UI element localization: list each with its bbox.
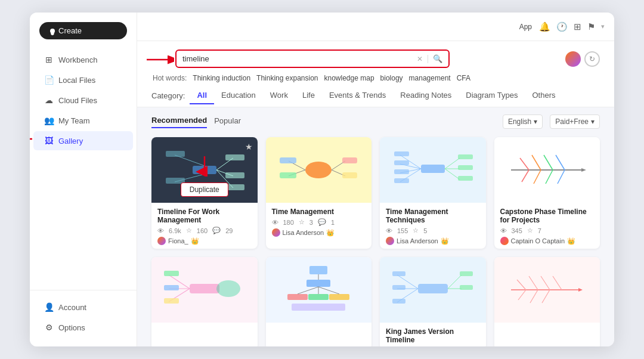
sidebar-item-gallery[interactable]: 🖼 Gallery <box>33 131 133 150</box>
hotword-knowledge-map[interactable]: knowledge map <box>324 74 374 82</box>
search-submit-button[interactable]: 🔍 <box>433 54 442 63</box>
grid-icon[interactable]: ⊞ <box>574 21 581 32</box>
card-timeline-work[interactable]: ★ Duplicate Timel <box>151 137 258 249</box>
gallery-content: Recommended Popular English ▾ Paid+Free … <box>137 107 614 346</box>
hotword-management[interactable]: management <box>409 74 451 82</box>
sidebar-item-label: My Team <box>58 116 90 125</box>
cloud-files-icon: ☁ <box>44 95 54 105</box>
svg-rect-63 <box>308 294 329 300</box>
comment-icon: 💬 <box>318 218 326 226</box>
svg-rect-58 <box>306 280 330 287</box>
card-6[interactable] <box>266 257 372 346</box>
clock-icon[interactable]: 🕐 <box>556 21 568 32</box>
svg-marker-39 <box>581 168 586 172</box>
cat-item-others[interactable]: Others <box>525 87 562 104</box>
language-label: English <box>508 117 531 126</box>
svg-rect-56 <box>309 266 327 274</box>
svg-rect-65 <box>292 304 345 311</box>
star-icon: ☆ <box>186 227 192 234</box>
svg-rect-4 <box>166 151 185 157</box>
search-row: ✕ 🔍 ↻ <box>151 49 600 68</box>
main-content: App 🔔 🕐 ⊞ ⚑ ▾ <box>137 13 614 346</box>
avatar-refresh[interactable]: ↻ <box>584 51 600 67</box>
flowchart-svg <box>277 263 360 317</box>
search-input[interactable] <box>182 54 412 63</box>
svg-line-43 <box>556 155 565 170</box>
card-time-management-techniques[interactable]: Time Management Techniques 👁 155 ☆ 5 Lis… <box>380 137 486 249</box>
crown-icon: 👑 <box>441 237 449 245</box>
star-icon[interactable]: ★ <box>245 142 253 151</box>
svg-line-42 <box>544 155 553 170</box>
cat-item-education[interactable]: Education <box>214 87 263 104</box>
filter-language-select[interactable]: English ▾ <box>503 114 543 129</box>
svg-rect-27 <box>394 160 409 165</box>
duplicate-button[interactable]: Duplicate <box>181 182 228 197</box>
chevron-down-icon: ▾ <box>591 117 595 126</box>
sidebar-item-my-team[interactable]: 👥 My Team <box>33 111 133 130</box>
hotword-cfa[interactable]: CFA <box>457 74 470 82</box>
flag-icon[interactable]: ⚑ <box>587 21 595 32</box>
card-info: Time Management Techniques 👁 155 ☆ 5 Lis… <box>380 203 486 249</box>
cat-item-reading-notes[interactable]: Reading Notes <box>393 87 459 104</box>
author-avatar <box>386 237 394 245</box>
card-author: Lisa Anderson 👑 <box>272 228 366 237</box>
sidebar-item-label: Options <box>58 323 85 332</box>
down-arrow-annotation <box>196 155 213 177</box>
sidebar-item-local-files[interactable]: 📄 Local Files <box>33 70 133 89</box>
my-team-icon: 👥 <box>44 116 54 125</box>
app-window: ● Create ⊞ Workbench 📄 Local Files ☁ Clo… <box>30 13 614 346</box>
card-info: King James Version Timeline <box>380 323 486 346</box>
sidebar-item-account[interactable]: 👤 Account <box>33 298 133 317</box>
card-capstone[interactable]: Capstone Phase Timeline for Projects 👁 3… <box>494 137 600 249</box>
svg-line-80 <box>529 276 538 290</box>
cat-item-work[interactable]: Work <box>263 87 295 104</box>
card-time-management[interactable]: Time Management 👁 180 ☆ 3 💬 1 Lisa Ander… <box>266 137 372 249</box>
svg-rect-20 <box>342 157 357 163</box>
svg-rect-76 <box>460 285 473 290</box>
cat-item-events[interactable]: Events & Trends <box>322 87 393 104</box>
svg-rect-66 <box>418 284 448 293</box>
card-8[interactable]: ☆ My Collection ↑ Back to Top <box>494 257 600 346</box>
svg-rect-48 <box>190 284 219 293</box>
card-comments: 1 <box>331 219 335 226</box>
svg-line-44 <box>522 170 529 182</box>
fishbone-svg <box>505 263 589 317</box>
sidebar-item-cloud-files[interactable]: ☁ Cloud Files <box>33 91 133 110</box>
card-title: Capstone Phase Timeline for Projects <box>500 208 595 224</box>
star-icon: ☆ <box>299 218 305 226</box>
card-author: Lisa Anderson 👑 <box>386 237 480 245</box>
sidebar-item-workbench[interactable]: ⊞ Workbench <box>33 50 133 69</box>
topbar-icons: 🔔 🕐 ⊞ ⚑ ▾ <box>539 21 605 32</box>
author-avatar <box>500 237 509 245</box>
cat-item-diagram-types[interactable]: Diagram Types <box>459 87 525 104</box>
bell-icon[interactable]: 🔔 <box>539 21 550 32</box>
hotword-biology[interactable]: biology <box>380 74 403 82</box>
sidebar-bottom: 👤 Account ⚙ Options <box>30 290 137 337</box>
card-views: 6.9k <box>169 227 181 234</box>
create-label: Create <box>58 26 82 35</box>
card-info <box>266 323 372 342</box>
card-info <box>494 323 600 342</box>
card-info: Capstone Phase Timeline for Projects 👁 3… <box>494 203 600 249</box>
filter-tab-recommended[interactable]: Recommended <box>151 116 207 128</box>
crown-icon: 👑 <box>326 229 335 237</box>
cat-item-life[interactable]: Life <box>295 87 322 104</box>
svg-line-59 <box>298 287 318 294</box>
cat-item-all[interactable]: All <box>190 87 214 104</box>
search-clear-button[interactable]: ✕ <box>417 55 423 63</box>
svg-rect-18 <box>280 172 296 178</box>
card-king-james[interactable]: King James Version Timeline <box>380 257 486 346</box>
filter-tab-popular[interactable]: Popular <box>214 116 241 128</box>
create-button[interactable]: ● Create <box>39 22 127 39</box>
card-title: Time Management <box>272 208 366 216</box>
hotword-thinking-induction[interactable]: Thinking induction <box>193 74 250 82</box>
svg-line-84 <box>530 290 538 303</box>
card-5[interactable] <box>151 257 258 346</box>
svg-rect-52 <box>164 285 179 290</box>
sidebar-item-options[interactable]: ⚙ Options <box>33 318 133 337</box>
hotword-thinking-expansion[interactable]: Thinking expansion <box>256 74 318 82</box>
sidebar-item-label: Account <box>58 303 86 312</box>
filter-price-select[interactable]: Paid+Free ▾ <box>550 114 600 129</box>
options-icon: ⚙ <box>44 323 54 332</box>
svg-rect-37 <box>458 176 473 181</box>
